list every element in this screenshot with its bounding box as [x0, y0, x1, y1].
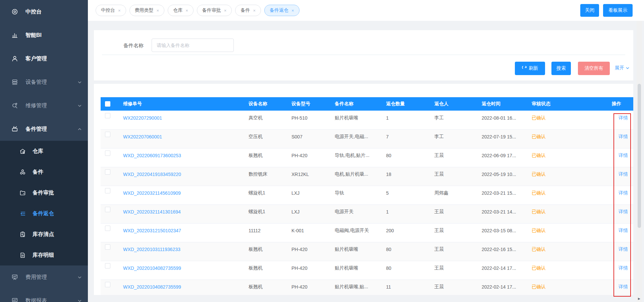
- cell-audit-status: 已确认: [528, 186, 608, 204]
- cell-audit-status: 已确认: [528, 167, 608, 186]
- tab-parts[interactable]: 备件×: [235, 5, 261, 16]
- sidebar-item-customer-mgmt[interactable]: 客户管理: [0, 47, 88, 70]
- sidebar: 中控台 智能BI 客户管理 设备管理 维修管理 备件: [0, 0, 88, 302]
- column-header-audit-status: 审核状态: [528, 97, 608, 111]
- detail-link[interactable]: 详情: [619, 134, 628, 139]
- detail-link[interactable]: 详情: [619, 284, 628, 289]
- part-name-input[interactable]: [152, 39, 234, 52]
- refresh-button[interactable]: 刷新: [515, 62, 545, 75]
- tab-close-icon[interactable]: ×: [291, 8, 294, 13]
- vertical-scrollbar-thumb[interactable]: [638, 84, 641, 228]
- detail-link[interactable]: 详情: [619, 153, 628, 158]
- detail-link[interactable]: 详情: [619, 228, 628, 233]
- cell-device-name: 真空机: [245, 111, 287, 129]
- row-checkbox[interactable]: [105, 244, 110, 250]
- sidebar-item-expense-mgmt[interactable]: 费用管理: [0, 265, 88, 289]
- tab-parts-approval[interactable]: 备件审批×: [197, 5, 232, 16]
- detail-link[interactable]: 详情: [619, 115, 628, 120]
- search-button[interactable]: 搜索: [551, 62, 571, 75]
- sidebar-item-console[interactable]: 中控台: [0, 0, 88, 23]
- sidebar-sub-parts-approval[interactable]: 备件审批: [0, 182, 88, 203]
- row-checkbox[interactable]: [105, 282, 110, 287]
- order-no-link[interactable]: WXD_20220103111936233: [123, 247, 180, 252]
- order-no-link[interactable]: WXD_20220609173600253: [123, 153, 181, 158]
- sidebar-sub-warehouse[interactable]: 仓库: [0, 141, 88, 162]
- detail-link[interactable]: 详情: [619, 246, 628, 252]
- tab-console[interactable]: 中控台×: [96, 5, 126, 16]
- order-no-link[interactable]: WXD_20220321141301694: [123, 209, 181, 215]
- table-row: WX202207290001真空机PH-510贴片机吸嘴1李工2022-08-0…: [101, 111, 633, 129]
- expense-board-icon: [11, 274, 18, 281]
- tab-close-icon[interactable]: ×: [185, 8, 188, 13]
- row-checkbox[interactable]: [105, 263, 110, 268]
- sidebar-sub-parts-return[interactable]: 备件返仓: [0, 203, 88, 224]
- column-header-part-name: 备件名称: [331, 97, 382, 111]
- sidebar-item-device-mgmt[interactable]: 设备管理: [0, 70, 88, 94]
- tab-parts-return[interactable]: 备件返仓×: [264, 5, 300, 16]
- order-no-link[interactable]: WX202207290001: [123, 115, 162, 121]
- cell-action: 详情: [608, 186, 633, 204]
- cell-return-time: 2022-08-01 16...: [478, 111, 528, 129]
- cell-device-name: 板翘机: [245, 242, 287, 261]
- order-no-link[interactable]: WXD_20220104082735599: [123, 284, 181, 290]
- row-checkbox[interactable]: [105, 113, 110, 118]
- detail-link[interactable]: 详情: [619, 171, 628, 177]
- sidebar-sub-label: 仓库: [33, 148, 43, 155]
- tab-close-icon[interactable]: ×: [253, 8, 256, 13]
- sidebar-sub-stock-detail[interactable]: 库存明细: [0, 245, 88, 265]
- cell-return-time: 2022-03-15 08...: [478, 223, 528, 242]
- cell-checkbox: [101, 111, 119, 129]
- cell-part-name: 电磁阀,电源开关: [331, 223, 382, 242]
- parts-return-table: 维修单号 设备名称 设备型号 备件名称 返仓数量 返仓人 返仓时间 审核状态 操…: [101, 97, 633, 295]
- cell-action: 详情: [608, 129, 633, 148]
- detail-link[interactable]: 详情: [619, 209, 628, 214]
- order-no-link[interactable]: WXD_20220104082735599: [123, 265, 181, 271]
- expand-toggle[interactable]: 展开: [615, 65, 630, 71]
- tab-close-icon[interactable]: ×: [118, 8, 121, 13]
- status-badge: 已确认: [532, 171, 546, 177]
- cell-action: 详情: [608, 148, 633, 167]
- detail-link[interactable]: 详情: [619, 190, 628, 195]
- sidebar-sub-parts[interactable]: 备件: [0, 162, 88, 182]
- sidebar-item-data-report[interactable]: 数据报表: [0, 289, 88, 302]
- column-header-return-person: 返仓人: [430, 97, 478, 111]
- refresh-icon: [522, 66, 527, 71]
- select-all-checkbox[interactable]: [105, 101, 110, 107]
- vertical-scrollbar[interactable]: [637, 21, 642, 302]
- row-checkbox[interactable]: [105, 226, 110, 231]
- sidebar-sub-stocktake[interactable]: 库存清点: [0, 224, 88, 245]
- cell-return-qty: 7: [382, 129, 430, 148]
- sidebar-item-label: 备件管理: [25, 126, 47, 133]
- tab-expense-type[interactable]: 费用类型×: [129, 5, 165, 16]
- row-checkbox[interactable]: [105, 169, 110, 175]
- cell-device-model: PH-420: [287, 148, 331, 167]
- tab-close-icon[interactable]: ×: [157, 8, 159, 13]
- table-panel: 维修单号 设备名称 设备型号 备件名称 返仓数量 返仓人 返仓时间 审核状态 操…: [94, 84, 633, 295]
- row-checkbox[interactable]: [105, 132, 110, 137]
- sidebar-item-smart-bi[interactable]: 智能BI: [0, 23, 88, 47]
- row-checkbox[interactable]: [105, 188, 110, 193]
- order-no-link[interactable]: WXD_20220321145610909: [123, 190, 181, 196]
- clear-all-button[interactable]: 清空所有: [578, 62, 610, 75]
- status-badge: 已确认: [532, 265, 546, 270]
- tab-close-icon[interactable]: ×: [224, 8, 227, 13]
- cell-return-person: 王晨: [430, 167, 478, 186]
- cell-device-name: 螺旋机1: [245, 204, 287, 223]
- cell-part-name: 贴片机吸嘴: [331, 261, 382, 280]
- board-display-button[interactable]: 看板展示: [603, 4, 633, 17]
- row-checkbox[interactable]: [105, 207, 110, 212]
- detail-link[interactable]: 详情: [619, 265, 628, 270]
- order-no-link[interactable]: WXD_20220312150102347: [123, 228, 181, 233]
- sidebar-item-repair-mgmt[interactable]: 维修管理: [0, 94, 88, 117]
- cell-action: 详情: [608, 223, 633, 242]
- order-no-link[interactable]: WX202207060001: [123, 134, 162, 139]
- row-checkbox[interactable]: [105, 150, 110, 156]
- order-no-link[interactable]: WXD_20220419183459220: [123, 172, 181, 177]
- sidebar-item-parts-mgmt[interactable]: 备件管理: [0, 117, 88, 141]
- h-scroll-right-arrow-icon[interactable]: ▶: [638, 297, 640, 300]
- report-board-icon: [11, 297, 18, 302]
- tab-warehouse[interactable]: 仓库×: [168, 5, 194, 16]
- close-button[interactable]: 关闭: [580, 4, 599, 17]
- tab-label: 备件: [240, 7, 250, 13]
- sidebar-sub-label: 库存明细: [33, 252, 54, 259]
